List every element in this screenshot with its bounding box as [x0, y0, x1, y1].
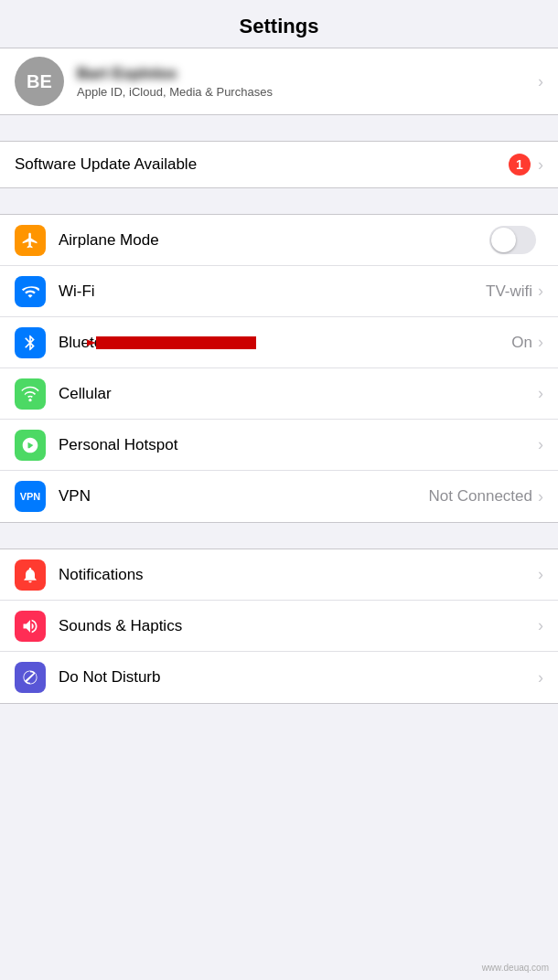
sounds-row[interactable]: Sounds & Haptics ›	[0, 601, 558, 652]
notifications-row[interactable]: Notifications ›	[0, 549, 558, 601]
airplane-mode-label: Airplane Mode	[59, 231, 489, 250]
airplane-icon	[21, 231, 39, 250]
connectivity-section: Airplane Mode Wi-Fi TV-wifi › Bluetooth	[0, 214, 558, 523]
avatar: BE	[15, 57, 64, 106]
update-badge: 1	[509, 154, 531, 176]
software-update-section: Software Update Available 1 ›	[0, 141, 558, 188]
gap-3	[0, 523, 558, 549]
notifications-icon-cell	[15, 559, 46, 591]
account-section: BE Bart Explnlox Apple ID, iCloud, Media…	[0, 48, 558, 115]
hotspot-chevron: ›	[538, 435, 543, 454]
wifi-label: Wi-Fi	[59, 282, 486, 301]
donotdisturb-icon-cell	[15, 662, 46, 693]
vpn-value: Not Connected	[429, 487, 532, 506]
sounds-icon	[21, 617, 39, 635]
account-row[interactable]: BE Bart Explnlox Apple ID, iCloud, Media…	[0, 48, 558, 114]
bluetooth-label: Bluetooth	[59, 334, 511, 352]
hotspot-row[interactable]: Personal Hotspot ›	[0, 420, 558, 471]
account-info: Bart Explnlox Apple ID, iCloud, Media & …	[77, 65, 538, 99]
donotdisturb-icon	[21, 668, 39, 687]
vpn-row[interactable]: VPN VPN Not Connected ›	[0, 471, 558, 522]
sounds-chevron: ›	[538, 616, 543, 635]
account-subtitle: Apple ID, iCloud, Media & Purchases	[77, 85, 538, 99]
donotdisturb-row[interactable]: Do Not Disturb ›	[0, 652, 558, 703]
account-name: Bart Explnlox	[77, 65, 538, 83]
bluetooth-chevron: ›	[538, 333, 543, 352]
cellular-row[interactable]: Cellular ›	[0, 368, 558, 420]
bluetooth-value: On	[511, 334, 532, 352]
notifications-section: Notifications › Sounds & Haptics › Do No…	[0, 549, 558, 704]
hotspot-icon-cell	[15, 430, 46, 461]
airplane-mode-toggle-knob	[491, 228, 516, 252]
hotspot-label: Personal Hotspot	[59, 436, 538, 454]
notifications-icon	[21, 566, 39, 584]
notifications-label: Notifications	[59, 566, 538, 584]
bluetooth-icon	[21, 334, 39, 352]
airplane-mode-icon-cell	[15, 225, 46, 256]
airplane-mode-toggle[interactable]	[489, 226, 536, 254]
vpn-label: VPN	[59, 487, 429, 506]
airplane-mode-row[interactable]: Airplane Mode	[0, 215, 558, 266]
bluetooth-row[interactable]: Bluetooth On ›	[0, 317, 558, 368]
wifi-row[interactable]: Wi-Fi TV-wifi ›	[0, 266, 558, 317]
sounds-icon-cell	[15, 611, 46, 642]
wifi-icon-cell	[15, 276, 46, 307]
notifications-chevron: ›	[538, 565, 543, 584]
wifi-chevron: ›	[538, 282, 543, 301]
watermark: www.deuaq.com	[482, 963, 549, 973]
vpn-icon-cell: VPN	[15, 481, 46, 512]
donotdisturb-label: Do Not Disturb	[59, 668, 538, 687]
page-title: Settings	[0, 15, 558, 38]
software-update-row[interactable]: Software Update Available 1 ›	[0, 142, 558, 187]
vpn-icon-text: VPN	[20, 491, 41, 502]
wifi-icon	[21, 282, 39, 301]
hotspot-icon	[21, 436, 39, 454]
gap-2	[0, 188, 558, 214]
gap-1	[0, 115, 558, 141]
bluetooth-icon-cell	[15, 327, 46, 358]
cellular-icon	[21, 385, 39, 403]
cellular-chevron: ›	[538, 384, 543, 403]
cellular-label: Cellular	[59, 385, 538, 403]
sounds-label: Sounds & Haptics	[59, 617, 538, 635]
account-chevron: ›	[538, 72, 543, 91]
donotdisturb-chevron: ›	[538, 668, 543, 687]
cellular-icon-cell	[15, 378, 46, 410]
vpn-chevron: ›	[538, 487, 543, 506]
wifi-value: TV-wifi	[486, 282, 532, 301]
software-update-label: Software Update Available	[15, 155, 509, 174]
software-update-chevron: ›	[538, 155, 543, 175]
page-header: Settings	[0, 0, 558, 48]
